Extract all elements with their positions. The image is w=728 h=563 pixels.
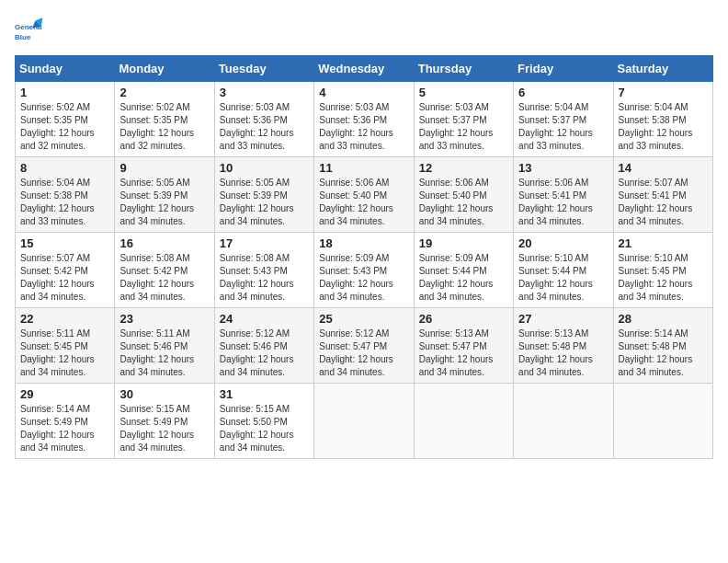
day-info: Sunrise: 5:04 AM Sunset: 5:38 PM Dayligh… xyxy=(619,101,708,153)
day-info: Sunrise: 5:09 AM Sunset: 5:44 PM Dayligh… xyxy=(419,252,508,304)
day-info: Sunrise: 5:08 AM Sunset: 5:43 PM Dayligh… xyxy=(220,252,309,304)
day-number: 19 xyxy=(419,236,508,250)
day-number: 28 xyxy=(619,312,708,326)
day-number: 12 xyxy=(419,161,508,175)
day-info: Sunrise: 5:09 AM Sunset: 5:43 PM Dayligh… xyxy=(319,252,408,304)
day-info: Sunrise: 5:08 AM Sunset: 5:42 PM Dayligh… xyxy=(119,252,209,304)
day-number: 14 xyxy=(619,161,708,175)
table-row: 1 Sunrise: 5:02 AM Sunset: 5:35 PM Dayli… xyxy=(16,82,115,157)
page-header: General Blue xyxy=(15,15,713,44)
table-row: 26 Sunrise: 5:13 AM Sunset: 5:47 PM Dayl… xyxy=(414,308,513,384)
day-info: Sunrise: 5:05 AM Sunset: 5:39 PM Dayligh… xyxy=(119,177,209,228)
day-number: 24 xyxy=(220,312,309,326)
day-info: Sunrise: 5:06 AM Sunset: 5:41 PM Dayligh… xyxy=(518,177,608,228)
table-row: 16 Sunrise: 5:08 AM Sunset: 5:42 PM Dayl… xyxy=(115,233,214,308)
day-number: 15 xyxy=(20,236,109,250)
weekday-header-sunday: Sunday xyxy=(16,56,115,82)
day-number: 7 xyxy=(619,86,708,99)
day-number: 20 xyxy=(518,236,608,250)
weekday-header-thursday: Thursday xyxy=(414,56,513,82)
calendar-week-1: 1 Sunrise: 5:02 AM Sunset: 5:35 PM Dayli… xyxy=(16,82,713,157)
table-row: 5 Sunrise: 5:03 AM Sunset: 5:37 PM Dayli… xyxy=(414,82,513,157)
table-row: 10 Sunrise: 5:05 AM Sunset: 5:39 PM Dayl… xyxy=(214,157,313,233)
day-number: 22 xyxy=(20,312,109,326)
table-row xyxy=(314,384,414,459)
day-info: Sunrise: 5:15 AM Sunset: 5:50 PM Dayligh… xyxy=(220,403,309,454)
day-number: 11 xyxy=(319,161,408,175)
logo-icon: General Blue xyxy=(15,15,44,44)
table-row: 12 Sunrise: 5:06 AM Sunset: 5:40 PM Dayl… xyxy=(414,157,513,233)
day-info: Sunrise: 5:11 AM Sunset: 5:45 PM Dayligh… xyxy=(20,327,109,379)
calendar-header-row: SundayMondayTuesdayWednesdayThursdayFrid… xyxy=(16,56,713,82)
table-row: 7 Sunrise: 5:04 AM Sunset: 5:38 PM Dayli… xyxy=(613,82,712,157)
day-info: Sunrise: 5:05 AM Sunset: 5:39 PM Dayligh… xyxy=(220,177,309,228)
day-number: 5 xyxy=(419,86,508,99)
table-row xyxy=(613,384,712,459)
day-number: 3 xyxy=(220,86,309,99)
table-row: 18 Sunrise: 5:09 AM Sunset: 5:43 PM Dayl… xyxy=(314,233,414,308)
day-info: Sunrise: 5:07 AM Sunset: 5:42 PM Dayligh… xyxy=(20,252,109,304)
calendar-week-2: 8 Sunrise: 5:04 AM Sunset: 5:38 PM Dayli… xyxy=(16,157,713,233)
day-number: 18 xyxy=(319,236,408,250)
table-row: 27 Sunrise: 5:13 AM Sunset: 5:48 PM Dayl… xyxy=(514,308,613,384)
day-number: 31 xyxy=(220,387,309,401)
table-row: 24 Sunrise: 5:12 AM Sunset: 5:46 PM Dayl… xyxy=(214,308,313,384)
table-row: 9 Sunrise: 5:05 AM Sunset: 5:39 PM Dayli… xyxy=(115,157,214,233)
table-row: 20 Sunrise: 5:10 AM Sunset: 5:44 PM Dayl… xyxy=(514,233,613,308)
table-row: 29 Sunrise: 5:14 AM Sunset: 5:49 PM Dayl… xyxy=(16,384,115,459)
table-row: 8 Sunrise: 5:04 AM Sunset: 5:38 PM Dayli… xyxy=(16,157,115,233)
day-info: Sunrise: 5:15 AM Sunset: 5:49 PM Dayligh… xyxy=(119,403,209,454)
day-info: Sunrise: 5:03 AM Sunset: 5:36 PM Dayligh… xyxy=(220,101,309,153)
day-number: 23 xyxy=(119,312,209,326)
day-number: 1 xyxy=(20,86,109,99)
table-row: 22 Sunrise: 5:11 AM Sunset: 5:45 PM Dayl… xyxy=(16,308,115,384)
table-row xyxy=(514,384,613,459)
day-number: 16 xyxy=(119,236,209,250)
table-row: 23 Sunrise: 5:11 AM Sunset: 5:46 PM Dayl… xyxy=(115,308,214,384)
day-number: 25 xyxy=(319,312,408,326)
day-number: 27 xyxy=(518,312,608,326)
table-row xyxy=(414,384,513,459)
table-row: 2 Sunrise: 5:02 AM Sunset: 5:35 PM Dayli… xyxy=(115,82,214,157)
day-info: Sunrise: 5:14 AM Sunset: 5:48 PM Dayligh… xyxy=(619,327,708,379)
table-row: 25 Sunrise: 5:12 AM Sunset: 5:47 PM Dayl… xyxy=(314,308,414,384)
table-row: 13 Sunrise: 5:06 AM Sunset: 5:41 PM Dayl… xyxy=(514,157,613,233)
svg-text:Blue: Blue xyxy=(15,33,31,41)
table-row: 4 Sunrise: 5:03 AM Sunset: 5:36 PM Dayli… xyxy=(314,82,414,157)
day-info: Sunrise: 5:12 AM Sunset: 5:47 PM Dayligh… xyxy=(319,327,408,379)
day-info: Sunrise: 5:06 AM Sunset: 5:40 PM Dayligh… xyxy=(319,177,408,228)
table-row: 3 Sunrise: 5:03 AM Sunset: 5:36 PM Dayli… xyxy=(214,82,313,157)
day-info: Sunrise: 5:10 AM Sunset: 5:45 PM Dayligh… xyxy=(619,252,708,304)
day-info: Sunrise: 5:04 AM Sunset: 5:38 PM Dayligh… xyxy=(20,177,109,228)
weekday-header-wednesday: Wednesday xyxy=(314,56,414,82)
calendar-table: SundayMondayTuesdayWednesdayThursdayFrid… xyxy=(15,55,713,459)
day-number: 10 xyxy=(220,161,309,175)
day-info: Sunrise: 5:12 AM Sunset: 5:46 PM Dayligh… xyxy=(220,327,309,379)
day-number: 29 xyxy=(20,387,109,401)
calendar-week-4: 22 Sunrise: 5:11 AM Sunset: 5:45 PM Dayl… xyxy=(16,308,713,384)
table-row: 14 Sunrise: 5:07 AM Sunset: 5:41 PM Dayl… xyxy=(613,157,712,233)
day-number: 13 xyxy=(518,161,608,175)
day-info: Sunrise: 5:10 AM Sunset: 5:44 PM Dayligh… xyxy=(518,252,608,304)
weekday-header-saturday: Saturday xyxy=(613,56,712,82)
day-number: 9 xyxy=(119,161,209,175)
day-number: 30 xyxy=(119,387,209,401)
day-number: 6 xyxy=(518,86,608,99)
day-info: Sunrise: 5:03 AM Sunset: 5:37 PM Dayligh… xyxy=(419,101,508,153)
day-number: 4 xyxy=(319,86,408,99)
day-number: 21 xyxy=(619,236,708,250)
table-row: 11 Sunrise: 5:06 AM Sunset: 5:40 PM Dayl… xyxy=(314,157,414,233)
day-info: Sunrise: 5:02 AM Sunset: 5:35 PM Dayligh… xyxy=(119,101,209,153)
day-info: Sunrise: 5:11 AM Sunset: 5:46 PM Dayligh… xyxy=(119,327,209,379)
day-info: Sunrise: 5:06 AM Sunset: 5:40 PM Dayligh… xyxy=(419,177,508,228)
day-info: Sunrise: 5:14 AM Sunset: 5:49 PM Dayligh… xyxy=(20,403,109,454)
day-number: 26 xyxy=(419,312,508,326)
day-info: Sunrise: 5:03 AM Sunset: 5:36 PM Dayligh… xyxy=(319,101,408,153)
day-info: Sunrise: 5:07 AM Sunset: 5:41 PM Dayligh… xyxy=(619,177,708,228)
weekday-header-friday: Friday xyxy=(514,56,613,82)
weekday-header-monday: Monday xyxy=(115,56,214,82)
table-row: 15 Sunrise: 5:07 AM Sunset: 5:42 PM Dayl… xyxy=(16,233,115,308)
logo: General Blue xyxy=(15,15,48,44)
calendar-week-3: 15 Sunrise: 5:07 AM Sunset: 5:42 PM Dayl… xyxy=(16,233,713,308)
weekday-header-tuesday: Tuesday xyxy=(214,56,313,82)
